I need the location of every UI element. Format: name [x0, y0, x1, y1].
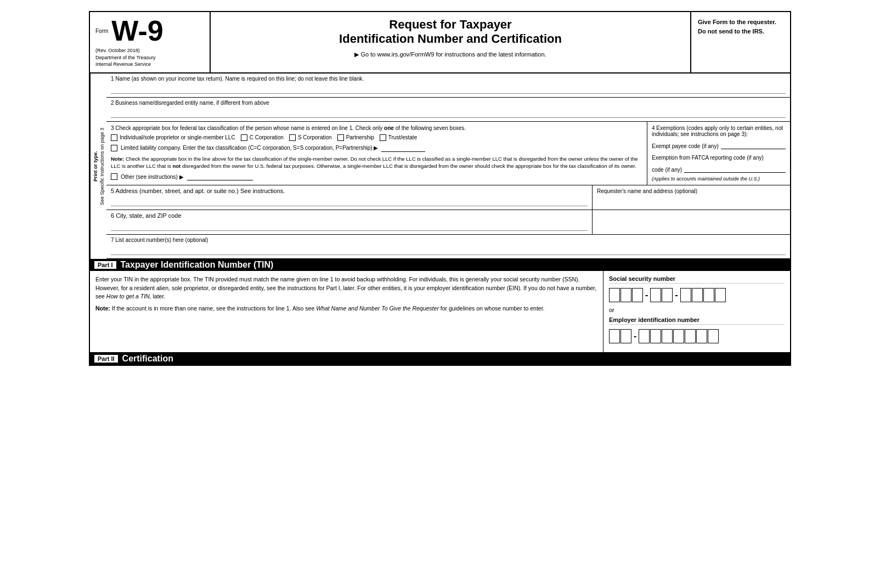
ssn-dash1: -	[645, 288, 648, 302]
line6-left: 6 City, state, and ZIP code	[106, 210, 593, 234]
address5-container: 5 Address (number, street, and apt. or s…	[106, 185, 790, 210]
ssn-digit-3[interactable]	[632, 288, 643, 302]
ein-dash: -	[634, 329, 636, 343]
checkbox-partnership[interactable]: Partnership	[337, 134, 374, 141]
c-corp-checkbox-box[interactable]	[241, 134, 247, 141]
partnership-label: Partnership	[346, 134, 374, 140]
ssn-digit-6[interactable]	[680, 288, 691, 302]
dept: Department of the Treasury	[95, 55, 156, 60]
llc-checkbox-box[interactable]	[111, 145, 117, 151]
other-checkbox-box[interactable]	[111, 173, 117, 180]
s-corp-checkbox-box[interactable]	[289, 134, 296, 141]
part1-left: Enter your TIN in the appropriate box. T…	[90, 271, 603, 352]
ssn-box-container: - -	[609, 288, 785, 302]
tax-classification-row: Individual/sole proprietor or single-mem…	[111, 134, 642, 141]
other-label: Other (see instructions) ▶	[121, 174, 184, 180]
irs: Internal Revenue Service	[95, 61, 151, 67]
form-title: Request for Taxpayer Identification Numb…	[222, 18, 679, 47]
fatca-label: Exemption from FATCA reporting code (if …	[652, 155, 786, 161]
line6-input[interactable]	[111, 220, 588, 231]
ein-digit-3[interactable]	[639, 329, 650, 343]
exemptions-title: 4 Exemptions (codes apply only to certai…	[652, 125, 786, 137]
ein-title: Employer identification number	[609, 316, 785, 325]
part2-title: Certification	[122, 354, 173, 364]
ssn-digit-1[interactable]	[609, 288, 620, 302]
s-corp-label: S Corporation	[298, 134, 332, 140]
goto-text: ▶ Go to www.irs.gov/FormW9 for instructi…	[222, 51, 679, 58]
c-corp-label: C Corporation	[250, 134, 284, 140]
line7-label: 7 List account number(s) here (optional)	[111, 237, 786, 243]
line5-label: 5 Address (number, street, and apt. or s…	[111, 188, 285, 194]
ein-group1	[609, 329, 631, 343]
requester-box: Requester's name and address (optional)	[593, 185, 790, 210]
ein-digit-4[interactable]	[650, 329, 661, 343]
line3-description: 3 Check appropriate box for federal tax …	[111, 125, 642, 131]
line5-left: 5 Address (number, street, and apt. or s…	[106, 185, 593, 210]
exemptions-panel: 4 Exemptions (codes apply only to certai…	[647, 122, 790, 185]
ein-digit-9[interactable]	[708, 329, 719, 343]
part1-body: Enter your TIN in the appropriate box. T…	[90, 271, 790, 353]
note-block: Note: Check the appropriate box in the l…	[111, 155, 642, 170]
other-row: Other (see instructions) ▶	[111, 173, 642, 180]
ein-digit-6[interactable]	[673, 329, 684, 343]
ssn-title: Social security number	[609, 275, 785, 284]
w9-form: Form W-9 (Rev. October 2018) Department …	[89, 11, 791, 366]
ssn-digit-8[interactable]	[703, 288, 714, 302]
checkbox-individual[interactable]: Individual/sole proprietor or single-mem…	[111, 134, 235, 141]
form-label: Form	[95, 28, 108, 34]
llc-classification-input[interactable]	[381, 144, 425, 152]
line7-row: 7 List account number(s) here (optional)	[106, 235, 790, 259]
ein-digit-2[interactable]	[620, 329, 631, 343]
line2-row: 2 Business name/disregarded entity name,…	[106, 98, 790, 122]
line3-container: 3 Check appropriate box for federal tax …	[106, 122, 790, 185]
part2-label: Part II	[94, 355, 118, 363]
individual-checkbox-box[interactable]	[111, 134, 117, 141]
exempt-payee-label: Exempt payee code (if any)	[652, 143, 719, 149]
fatca-note: (Applies to accounts maintained outside …	[652, 176, 786, 182]
header-center: Request for Taxpayer Identification Numb…	[211, 12, 691, 72]
ein-group2	[639, 329, 719, 343]
ein-box-container: -	[609, 329, 785, 343]
fatca-row: code (if any)	[652, 164, 786, 173]
trust-checkbox-box[interactable]	[380, 134, 386, 141]
ssn-digit-9[interactable]	[715, 288, 726, 302]
requester-box2	[593, 210, 790, 234]
part2-header: Part II Certification	[90, 353, 790, 365]
checkbox-s-corp[interactable]: S Corporation	[289, 134, 332, 141]
ssn-digit-2[interactable]	[620, 288, 631, 302]
part1-right: Social security number - -	[603, 271, 790, 352]
part1-text: Enter your TIN in the appropriate box. T…	[95, 275, 597, 301]
ssn-digit-5[interactable]	[662, 288, 673, 302]
code-if-any: code (if any)	[652, 167, 682, 173]
side-label: Print or type. See Specific Instructions…	[90, 74, 106, 259]
line2-input[interactable]	[111, 107, 786, 118]
note-label: Note:	[111, 156, 124, 162]
line5-input[interactable]	[111, 195, 588, 206]
exempt-payee-row: Exempt payee code (if any)	[652, 140, 786, 149]
line1-row: 1 Name (as shown on your income tax retu…	[106, 74, 790, 98]
ssn-digit-7[interactable]	[692, 288, 703, 302]
other-input[interactable]	[187, 173, 253, 180]
or-text: or	[609, 307, 785, 313]
address6-container: 6 City, state, and ZIP code	[106, 210, 790, 235]
line2-label: 2 Business name/disregarded entity name,…	[111, 100, 786, 106]
ssn-digit-4[interactable]	[650, 288, 661, 302]
line3-left: 3 Check appropriate box for federal tax …	[106, 122, 647, 185]
ein-digit-5[interactable]	[662, 329, 673, 343]
ssn-group2	[650, 288, 673, 302]
partnership-checkbox-box[interactable]	[337, 134, 344, 141]
ein-digit-8[interactable]	[696, 329, 707, 343]
checkbox-trust[interactable]: Trust/estate	[380, 134, 417, 141]
llc-label: Limited liability company. Enter the tax…	[121, 145, 378, 151]
ein-digit-1[interactable]	[609, 329, 620, 343]
checkbox-c-corp[interactable]: C Corporation	[241, 134, 284, 141]
individual-label: Individual/sole proprietor or single-mem…	[120, 134, 235, 140]
form-body: Print or type. See Specific Instructions…	[90, 74, 790, 259]
ssn-group1	[609, 288, 643, 302]
line1-input[interactable]	[111, 83, 786, 94]
trust-label: Trust/estate	[388, 134, 417, 140]
line7-input[interactable]	[111, 244, 786, 255]
main-content: 1 Name (as shown on your income tax retu…	[106, 74, 790, 259]
ssn-group3	[680, 288, 726, 302]
ein-digit-7[interactable]	[685, 329, 696, 343]
